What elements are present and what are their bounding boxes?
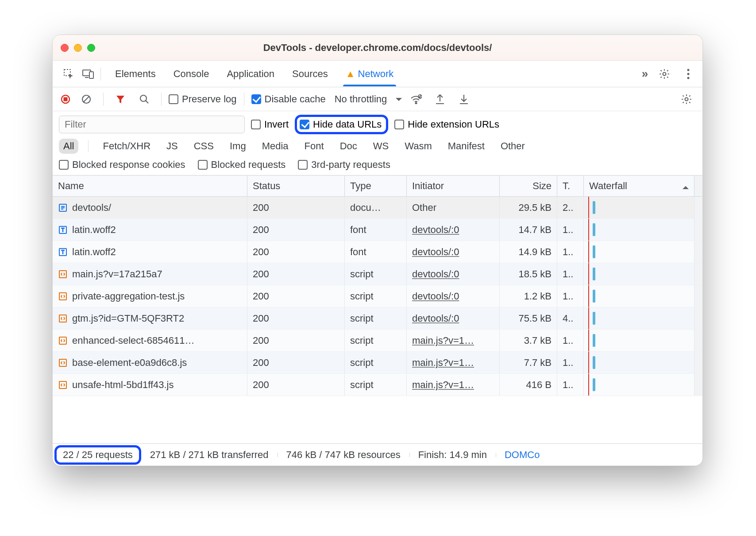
record-button[interactable] — [59, 93, 72, 106]
table-row[interactable]: unsafe-html-5bd1ff43.js200scriptmain.js?… — [53, 374, 702, 396]
disable-cache-checkbox[interactable] — [251, 94, 261, 104]
cell-initiator[interactable]: devtools/:0 — [407, 307, 500, 329]
table-row[interactable]: main.js?v=17a215a7200scriptdevtools/:018… — [53, 263, 702, 285]
cell-initiator[interactable]: main.js?v=1… — [407, 374, 500, 396]
hide-extension-urls-checkbox[interactable] — [394, 120, 404, 129]
tab-application[interactable]: Application — [224, 68, 277, 86]
type-filter-css[interactable]: CSS — [189, 139, 218, 154]
tab-sources[interactable]: Sources — [289, 68, 331, 86]
network-toolbar: Preserve log Disable cache No throttling — [53, 87, 702, 111]
cell-initiator[interactable]: devtools/:0 — [407, 263, 500, 285]
filter-input[interactable] — [59, 116, 245, 133]
script-file-icon — [58, 380, 68, 390]
network-settings-gear-icon[interactable] — [677, 89, 696, 109]
cell-type: script — [345, 263, 407, 285]
third-party-option[interactable]: 3rd-party requests — [298, 159, 390, 171]
tab-network[interactable]: ▲Network — [343, 68, 396, 86]
col-waterfall[interactable]: Waterfall — [584, 176, 694, 196]
table-row[interactable]: private-aggregation-test.js200scriptdevt… — [53, 285, 702, 307]
col-size[interactable]: Size — [500, 176, 557, 196]
cell-time: 2.. — [557, 197, 584, 218]
cell-status: 200 — [247, 263, 345, 285]
cell-size: 7.7 kB — [500, 352, 557, 373]
device-toggle-icon[interactable] — [78, 64, 98, 84]
tab-console[interactable]: Console — [171, 68, 212, 86]
cell-status: 200 — [247, 352, 345, 373]
inspect-element-icon[interactable] — [59, 64, 78, 84]
minimize-window-button[interactable] — [74, 44, 82, 52]
col-type[interactable]: Type — [345, 176, 407, 196]
cell-size: 416 B — [500, 374, 557, 396]
table-row[interactable]: latin.woff2200fontdevtools/:014.7 kB1.. — [53, 219, 702, 241]
kebab-menu-icon[interactable] — [679, 64, 698, 84]
col-name[interactable]: Name — [53, 176, 247, 196]
type-filter-ws[interactable]: WS — [369, 139, 393, 154]
cell-initiator[interactable]: devtools/:0 — [407, 285, 500, 307]
table-row[interactable]: latin.woff2200fontdevtools/:014.9 kB1.. — [53, 241, 702, 263]
preserve-log-option[interactable]: Preserve log — [169, 93, 237, 105]
hide-data-urls-option[interactable]: Hide data URLs — [300, 119, 382, 130]
type-filter-wasm[interactable]: Wasm — [400, 139, 436, 154]
hide-extension-urls-option[interactable]: Hide extension URLs — [394, 119, 499, 130]
export-har-icon[interactable] — [430, 89, 450, 109]
filter-funnel-icon[interactable] — [111, 89, 130, 109]
cell-status: 200 — [247, 241, 345, 263]
cell-initiator[interactable]: main.js?v=1… — [407, 330, 500, 351]
type-filter-fetchxhr[interactable]: Fetch/XHR — [98, 139, 155, 154]
cell-time: 1.. — [557, 263, 584, 285]
finish-time: Finish: 14.9 min — [409, 449, 496, 461]
svg-point-4 — [687, 69, 690, 71]
cell-status: 200 — [247, 197, 345, 218]
cell-initiator[interactable]: devtools/:0 — [407, 241, 500, 263]
col-time[interactable]: T. — [557, 176, 584, 196]
clear-button[interactable] — [77, 89, 96, 109]
network-table: Name Status Type Initiator Size T. Water… — [53, 175, 702, 443]
status-bar: 22 / 25 requests 271 kB / 271 kB transfe… — [53, 443, 702, 466]
tab-elements[interactable]: Elements — [112, 68, 158, 86]
cell-name: devtools/ — [53, 197, 247, 218]
more-tabs-icon[interactable]: » — [635, 64, 655, 84]
font-file-icon — [58, 225, 68, 235]
network-conditions-icon[interactable] — [406, 89, 426, 109]
domcontentloaded-link[interactable]: DOMCo — [496, 449, 548, 461]
disable-cache-option[interactable]: Disable cache — [251, 93, 326, 105]
type-filter-other[interactable]: Other — [496, 139, 529, 154]
cell-initiator[interactable]: devtools/:0 — [407, 219, 500, 241]
type-filter-js[interactable]: JS — [162, 139, 182, 154]
invert-option[interactable]: Invert — [251, 119, 289, 130]
col-initiator[interactable]: Initiator — [407, 176, 500, 196]
search-icon[interactable] — [135, 89, 154, 109]
svg-rect-22 — [59, 381, 66, 388]
table-row[interactable]: base-element-e0a9d6c8.js200scriptmain.js… — [53, 352, 702, 374]
zoom-window-button[interactable] — [87, 44, 95, 52]
table-row[interactable]: devtools/200docu…Other29.5 kB2.. — [53, 197, 702, 219]
type-filter-font[interactable]: Font — [300, 139, 328, 154]
type-filter-media[interactable]: Media — [258, 139, 293, 154]
invert-checkbox[interactable] — [251, 120, 261, 129]
warning-icon: ▲ — [346, 68, 355, 80]
table-row[interactable]: enhanced-select-6854611…200scriptmain.js… — [53, 330, 702, 352]
preserve-log-checkbox[interactable] — [169, 94, 178, 104]
font-file-icon — [58, 247, 68, 257]
type-filter-img[interactable]: Img — [225, 139, 251, 154]
type-filter-manifest[interactable]: Manifest — [444, 139, 489, 154]
hide-data-urls-checkbox[interactable] — [300, 120, 309, 129]
cell-name: private-aggregation-test.js — [53, 285, 247, 307]
cell-type: docu… — [345, 197, 407, 218]
type-filter-doc[interactable]: Doc — [336, 139, 362, 154]
cell-time: 1.. — [557, 374, 584, 396]
table-row[interactable]: gtm.js?id=GTM-5QF3RT2200scriptdevtools/:… — [53, 307, 702, 330]
cell-name: enhanced-select-6854611… — [53, 330, 247, 351]
cell-initiator[interactable]: main.js?v=1… — [407, 352, 500, 373]
svg-point-11 — [416, 102, 417, 104]
svg-rect-8 — [64, 97, 68, 101]
col-status[interactable]: Status — [247, 176, 345, 196]
cell-time: 1.. — [557, 285, 584, 307]
throttling-select[interactable]: No throttling — [335, 93, 402, 105]
blocked-cookies-option[interactable]: Blocked response cookies — [59, 159, 185, 171]
close-window-button[interactable] — [61, 44, 69, 52]
type-filter-all[interactable]: All — [59, 139, 78, 154]
settings-gear-icon[interactable] — [655, 64, 674, 84]
blocked-requests-option[interactable]: Blocked requests — [198, 159, 286, 171]
import-har-icon[interactable] — [454, 89, 474, 109]
